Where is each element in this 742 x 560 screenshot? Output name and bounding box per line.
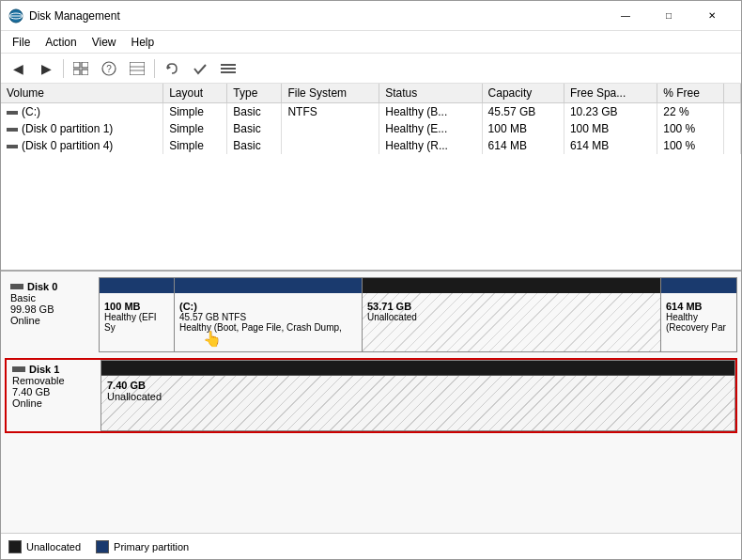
legend: Unallocated Primary partition — [1, 533, 741, 559]
window-title: Disk Management — [29, 9, 604, 23]
disk1-name-text: Disk 1 — [29, 364, 59, 375]
vol-free: 614 MB — [564, 137, 657, 154]
vol-pct: 22 % — [657, 103, 724, 121]
vol-fs — [282, 120, 379, 137]
disk1-hatch — [101, 376, 734, 430]
vol-capacity: 45.57 GB — [482, 103, 564, 121]
menu-help[interactable]: Help — [124, 34, 162, 51]
legend-unallocated: Unallocated — [8, 540, 81, 553]
table-row[interactable]: (Disk 0 partition 4) Simple Basic Health… — [1, 137, 741, 154]
unalloc-size: 53.71 GB — [367, 301, 656, 312]
disk-area: Disk 0 Basic 99.98 GB Online 100 MB Heal… — [1, 272, 741, 533]
disk1-icon — [12, 366, 25, 372]
maximize-button[interactable]: □ — [647, 1, 690, 31]
table-row[interactable]: (Disk 0 partition 1) Simple Basic Health… — [1, 120, 741, 137]
vol-layout: Simple — [163, 137, 227, 154]
disk-management-window: Disk Management — □ ✕ File Action View H… — [0, 0, 742, 560]
col-extra — [724, 84, 741, 103]
undo-button[interactable] — [159, 56, 185, 81]
menu-file[interactable]: File — [5, 34, 38, 51]
col-status: Status — [379, 84, 482, 103]
disk1-size: 7.40 GB — [12, 386, 95, 397]
back-button[interactable]: ◀ — [5, 56, 31, 81]
toolbar-separator-1 — [63, 59, 64, 78]
disk0-name: Disk 0 — [10, 281, 93, 292]
main-content: Volume Layout Type File System Status Ca… — [1, 84, 741, 559]
col-free: Free Spa... — [564, 84, 657, 103]
svg-rect-3 — [73, 62, 80, 68]
vol-layout: Simple — [163, 103, 227, 121]
legend-unallocated-label: Unallocated — [26, 541, 81, 552]
efi-size: 100 MB — [104, 301, 169, 312]
vol-free: 10.23 GB — [564, 103, 657, 121]
disk1-type: Removable — [12, 375, 95, 386]
disk1-text: 7.40 GB Unallocated — [107, 380, 162, 402]
disk1-name: Disk 1 — [12, 364, 95, 375]
vol-extra — [724, 137, 741, 154]
vol-extra — [724, 120, 741, 137]
unalloc-label: Unallocated — [367, 312, 656, 322]
window-controls: — □ ✕ — [604, 1, 734, 31]
vol-pct: 100 % — [657, 120, 724, 137]
vol-layout: Simple — [163, 120, 227, 137]
help-button[interactable]: ? — [96, 56, 122, 81]
options-button[interactable] — [215, 56, 241, 81]
col-capacity: Capacity — [482, 84, 564, 103]
vol-capacity: 614 MB — [482, 137, 564, 154]
disk1-partitions: 7.40 GB Unallocated — [100, 360, 735, 431]
check-button[interactable] — [187, 56, 213, 81]
disk0-size: 99.98 GB — [10, 303, 93, 315]
col-layout: Layout — [163, 84, 227, 103]
col-type: Type — [227, 84, 282, 103]
table-row[interactable]: (C:) Simple Basic NTFS Healthy (B... 45.… — [1, 103, 741, 121]
disk0-status: Online — [10, 315, 93, 326]
disk1-unalloc-label: Unallocated — [107, 391, 162, 402]
disk0-efi-partition[interactable]: 100 MB Healthy (EFI Sy — [100, 278, 175, 351]
disk0-type: Basic — [10, 292, 93, 303]
c-drive-name: (C:) — [179, 301, 357, 312]
svg-rect-4 — [82, 62, 88, 68]
view-button[interactable] — [68, 56, 94, 81]
menu-action[interactable]: Action — [38, 34, 84, 51]
grid-button[interactable] — [124, 56, 150, 81]
vol-pct: 100 % — [657, 137, 724, 154]
svg-rect-13 — [221, 64, 236, 66]
volume-table: Volume Layout Type File System Status Ca… — [1, 84, 741, 272]
vol-name: (Disk 0 partition 4) — [1, 137, 163, 154]
disk1-row: Disk 1 Removable 7.40 GB Online 7.40 GB … — [5, 358, 737, 433]
disk0-row: Disk 0 Basic 99.98 GB Online 100 MB Heal… — [5, 277, 737, 352]
forward-button[interactable]: ▶ — [33, 56, 59, 81]
toolbar-separator-2 — [154, 59, 155, 78]
svg-rect-9 — [130, 62, 145, 75]
recovery-size: 614 MB — [666, 301, 732, 312]
disk1-header-bar — [101, 361, 734, 376]
vol-type: Basic — [227, 103, 282, 121]
disk1-label: Disk 1 Removable 7.40 GB Online — [7, 360, 100, 431]
svg-rect-5 — [73, 70, 80, 75]
c-drive-fs: 45.57 GB NTFS — [179, 312, 357, 322]
col-fs: File System — [282, 84, 379, 103]
toolbar: ◀ ▶ ? — [1, 54, 741, 84]
vol-name: (C:) — [1, 103, 163, 121]
legend-primary-label: Primary partition — [114, 541, 189, 552]
title-bar: Disk Management — □ ✕ — [1, 1, 741, 31]
svg-rect-6 — [82, 70, 88, 75]
legend-primary: Primary partition — [96, 540, 189, 553]
disk0-recovery-partition[interactable]: 614 MB Healthy (Recovery Par — [661, 278, 736, 351]
disk0-partitions: 100 MB Healthy (EFI Sy (C:) 45.57 GB NTF… — [99, 277, 737, 352]
vol-name: (Disk 0 partition 1) — [1, 120, 163, 137]
close-button[interactable]: ✕ — [690, 1, 734, 31]
legend-primary-box — [96, 540, 109, 553]
cursor-indicator: 👆 — [203, 330, 222, 348]
menu-bar: File Action View Help — [1, 31, 741, 54]
minimize-button[interactable]: — — [604, 1, 647, 31]
col-volume: Volume — [1, 84, 163, 103]
disk1-unalloc-partition[interactable]: 7.40 GB Unallocated — [100, 360, 735, 431]
vol-type: Basic — [227, 120, 282, 137]
vol-status: Healthy (R... — [379, 137, 482, 154]
menu-view[interactable]: View — [85, 34, 124, 51]
disk0-unalloc-partition[interactable]: 53.71 GB Unallocated — [363, 278, 661, 351]
disk0-c-partition[interactable]: (C:) 45.57 GB NTFS Healthy (Boot, Page F… — [175, 278, 363, 351]
vol-status: Healthy (E... — [379, 120, 482, 137]
disk0-label: Disk 0 Basic 99.98 GB Online — [5, 277, 99, 352]
